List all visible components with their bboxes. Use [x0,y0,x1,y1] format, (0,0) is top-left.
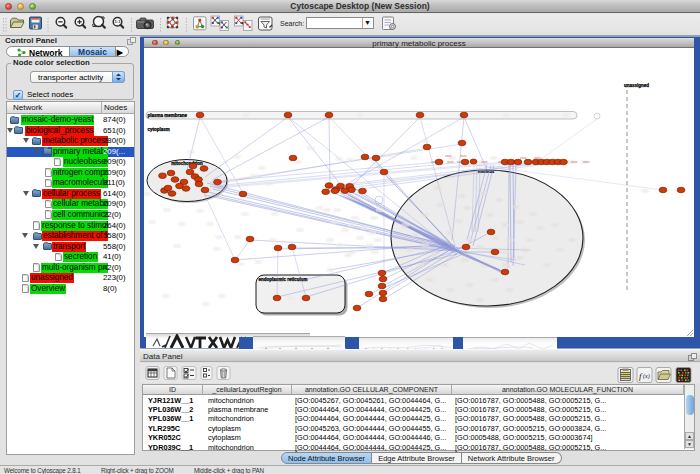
svg-text:xxxxx: xxxxx [481,161,488,164]
svg-text:(x): (x) [643,373,650,380]
svg-text:unassigned: unassigned [624,83,649,88]
svg-text:xxxxx: xxxxx [460,155,467,158]
svg-text:1:1: 1:1 [114,19,121,24]
svg-text:xxxxx: xxxxx [445,155,452,158]
svg-text:xxxxx: xxxxx [583,161,590,164]
svg-text:plasma membrane: plasma membrane [148,113,188,118]
svg-text:xxxxx: xxxxx [571,161,578,164]
svg-text:mitochondrion: mitochondrion [171,161,203,166]
svg-text:xxxxx: xxxxx [447,161,454,164]
svg-text:endoplasmic reticulum: endoplasmic reticulum [259,277,308,282]
svg-text:cytoplasm: cytoplasm [148,127,170,132]
